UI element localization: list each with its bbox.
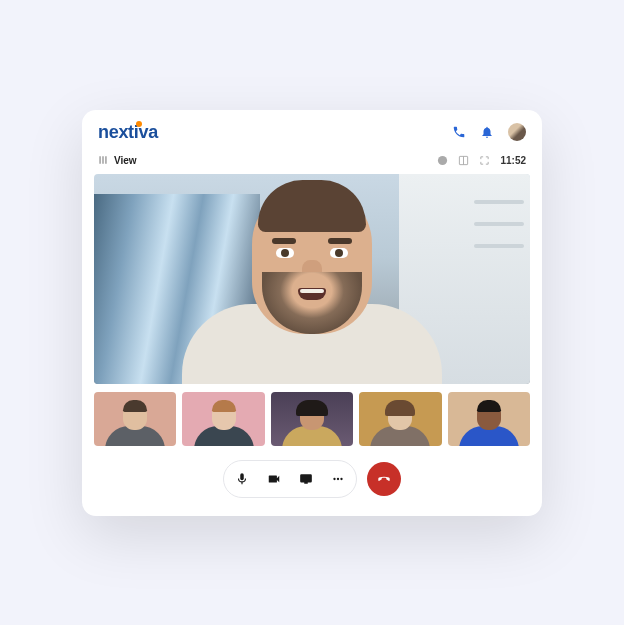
main-speaker-figure bbox=[177, 194, 447, 384]
brand-logo: nextiva bbox=[98, 122, 158, 143]
view-label: View bbox=[114, 155, 137, 166]
user-avatar[interactable] bbox=[508, 123, 526, 141]
call-controls bbox=[82, 446, 542, 516]
bell-icon[interactable] bbox=[480, 125, 494, 139]
participant-thumbnail[interactable] bbox=[271, 392, 353, 446]
more-button[interactable] bbox=[324, 465, 352, 493]
participant-thumbnail[interactable] bbox=[359, 392, 441, 446]
control-group bbox=[223, 460, 357, 498]
view-toggle[interactable]: View bbox=[98, 155, 137, 166]
svg-point-3 bbox=[438, 155, 447, 164]
participant-thumbnail[interactable] bbox=[94, 392, 176, 446]
screen-share-button[interactable] bbox=[292, 465, 320, 493]
svg-rect-1 bbox=[102, 156, 104, 164]
main-speaker-video[interactable] bbox=[94, 174, 530, 384]
app-header: nextiva bbox=[82, 110, 542, 151]
svg-point-8 bbox=[340, 477, 342, 479]
phone-icon[interactable] bbox=[452, 125, 466, 139]
video-call-window: nextiva View bbox=[82, 110, 542, 516]
call-toolbar: View 11:52 bbox=[82, 151, 542, 174]
fullscreen-icon[interactable] bbox=[479, 155, 490, 166]
call-time: 11:52 bbox=[500, 155, 526, 166]
participant-thumbnail[interactable] bbox=[182, 392, 264, 446]
mic-button[interactable] bbox=[228, 465, 256, 493]
svg-point-7 bbox=[337, 477, 339, 479]
svg-point-6 bbox=[333, 477, 335, 479]
brand-name: nextiva bbox=[98, 122, 158, 142]
brand-dot bbox=[136, 121, 142, 127]
camera-button[interactable] bbox=[260, 465, 288, 493]
info-icon[interactable] bbox=[437, 155, 448, 166]
header-actions bbox=[452, 123, 526, 141]
layout-icon[interactable] bbox=[458, 155, 469, 166]
grid-icon bbox=[98, 155, 108, 165]
svg-rect-2 bbox=[105, 156, 107, 164]
svg-rect-0 bbox=[99, 156, 101, 164]
toolbar-right: 11:52 bbox=[437, 155, 526, 166]
hangup-button[interactable] bbox=[367, 462, 401, 496]
participant-thumbnail[interactable] bbox=[448, 392, 530, 446]
participant-thumbnails bbox=[82, 384, 542, 446]
